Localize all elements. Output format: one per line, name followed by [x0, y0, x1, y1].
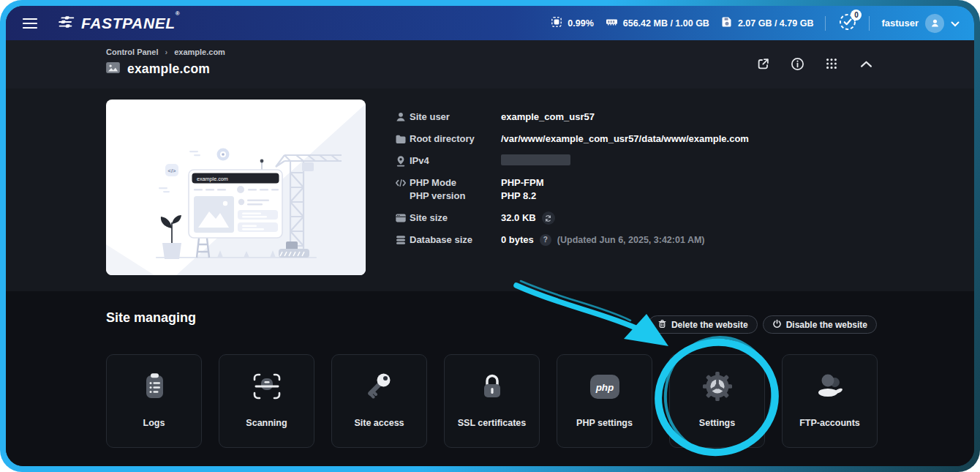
logo-sliders-icon [56, 15, 76, 32]
database-size-value: 0 bytes [501, 233, 534, 247]
cpu-usage-value: 0.99% [568, 18, 593, 29]
card-ftp-accounts[interactable]: FTP-accounts [782, 354, 878, 448]
card-scanning[interactable]: Scanning [219, 354, 314, 448]
breadcrumb-separator: › [165, 48, 168, 56]
gear-badge-icon [217, 149, 230, 161]
lock-icon [475, 355, 510, 418]
outer-frame: FASTPANEL® 0.99% 656.42 MB / 1.00 GB [0, 0, 980, 472]
section-title: Site managing [106, 310, 196, 326]
managing-cards: Logs Scanning Site access [106, 354, 878, 448]
disk-usage-value: 2.07 GB / 4.79 GB [738, 18, 814, 29]
cpu-usage-stat: 0.99% [551, 16, 593, 30]
topbar-separator [825, 16, 826, 31]
database-size-row: Database size 0 bytes ? (Updated Jun 6, … [395, 233, 921, 247]
chevron-down-icon [951, 17, 960, 30]
logs-icon [137, 355, 172, 418]
root-directory-value: /var/www/example_com_usr57/data/www/exam… [501, 132, 749, 146]
delete-website-button[interactable]: Delete the website [648, 315, 758, 334]
refresh-site-size-button[interactable] [542, 211, 555, 225]
site-actions: Delete the website Disable the website [648, 315, 877, 334]
header-actions [755, 56, 873, 71]
browser-window-icon [395, 212, 407, 224]
key-icon [362, 355, 397, 418]
trash-icon [657, 319, 667, 331]
apps-grid-icon[interactable] [824, 56, 839, 71]
cpu-icon [551, 16, 562, 30]
tasks-count-badge: 0 [851, 10, 862, 20]
users-icon [813, 355, 848, 418]
ipv4-redacted-value [501, 154, 570, 165]
topbar: FASTPANEL® 0.99% 656.42 MB / 1.00 GB [6, 6, 974, 40]
avatar [925, 14, 944, 33]
site-image-icon [106, 62, 120, 76]
fastpanel-app: FASTPANEL® 0.99% 656.42 MB / 1.00 GB [6, 6, 974, 466]
site-preview-illustration: </> example.com [106, 100, 366, 275]
code-icon [395, 177, 407, 189]
title-row: example.com [106, 61, 210, 77]
fastpanel-logo[interactable]: FASTPANEL® [56, 15, 180, 32]
gear-icon [700, 355, 735, 418]
site-size-value: 32.0 KB [501, 211, 536, 225]
site-user-row: Site user example_com_usr57 [395, 110, 921, 124]
breadcrumb: Control Panel › example.com [106, 48, 225, 56]
ipv4-row: IPv4 [395, 154, 921, 168]
username: fastuser [881, 18, 919, 29]
info-icon[interactable] [790, 56, 804, 71]
php-version-value: PHP 8.2 [501, 190, 544, 203]
ipv4-value [501, 154, 570, 165]
logo-text: FASTPANEL® [81, 15, 180, 32]
card-ssl-certificates[interactable]: SSL certificates [444, 354, 540, 448]
ram-usage-stat: 656.42 MB / 1.00 GB [606, 16, 709, 30]
tasks-button[interactable]: 0 [837, 13, 857, 33]
topbar-separator [869, 16, 870, 31]
card-php-settings[interactable]: php PHP settings [557, 354, 652, 448]
menu-icon[interactable] [20, 14, 39, 33]
disable-website-button[interactable]: Disable the website [763, 315, 877, 334]
database-size-help-button[interactable]: ? [540, 234, 551, 246]
breadcrumb-control-panel[interactable]: Control Panel [106, 48, 159, 56]
site-managing-section: Site managing Delete the website Disable… [6, 291, 974, 466]
user-icon [395, 111, 407, 123]
site-info-section: </> example.com [6, 89, 974, 291]
ram-icon [606, 16, 618, 30]
open-site-icon[interactable] [755, 56, 770, 71]
collapse-chevron-up-icon[interactable] [859, 56, 873, 71]
ram-usage-value: 656.42 MB / 1.00 GB [623, 18, 709, 29]
breadcrumb-site: example.com [174, 48, 225, 56]
site-user-value: example_com_usr57 [501, 110, 595, 124]
root-directory-row: Root directory /var/www/example_com_usr5… [395, 132, 921, 146]
database-size-updated-note: (Updated Jun 6, 2025, 3:42:01 AM) [557, 233, 705, 247]
disk-icon [721, 16, 733, 30]
card-site-access[interactable]: Site access [331, 354, 427, 448]
page-title: example.com [127, 61, 210, 77]
site-info-rows: Site user example_com_usr57 Root directo… [395, 110, 921, 255]
svg-text:php: php [595, 382, 614, 393]
location-pin-icon [395, 155, 407, 167]
php-icon: php [587, 355, 622, 418]
database-icon [395, 234, 407, 246]
scanning-icon [249, 355, 284, 418]
disk-usage-stat: 2.07 GB / 4.79 GB [721, 16, 814, 30]
user-menu[interactable]: fastuser [881, 14, 960, 33]
registered-mark: ® [176, 10, 181, 17]
site-size-row: Site size 32.0 KB [395, 211, 921, 225]
php-mode-value: PHP-FPM [501, 176, 544, 190]
power-icon [772, 319, 782, 331]
page-header: Control Panel › example.com example.com [6, 40, 974, 89]
illustration-domain-text: example.com [197, 176, 228, 182]
code-badge-icon: </> [168, 168, 176, 174]
php-row: PHP Mode PHP version PHP-FPM PHP 8.2 [395, 176, 921, 203]
card-settings[interactable]: Settings [669, 354, 765, 448]
screenshot-stage: FASTPANEL® 0.99% 656.42 MB / 1.00 GB [0, 0, 980, 472]
folder-icon [395, 133, 407, 145]
card-logs[interactable]: Logs [106, 354, 202, 448]
topbar-right: 0.99% 656.42 MB / 1.00 GB 2.07 GB / 4.79… [551, 13, 960, 33]
